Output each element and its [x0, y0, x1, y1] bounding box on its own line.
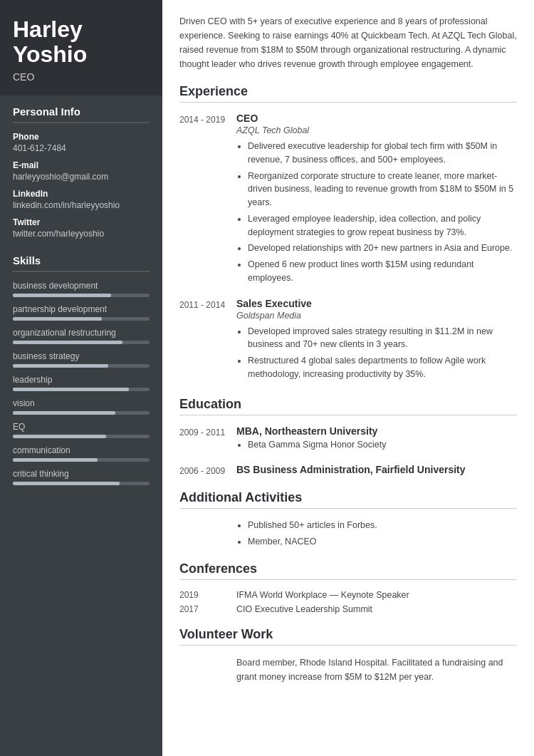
skill-bar-bg	[13, 458, 150, 462]
candidate-title: CEO	[13, 71, 150, 83]
bullet-item: Reorganized corporate structure to creat…	[248, 170, 517, 209]
bullet-item: Developed improved sales strategy result…	[248, 325, 517, 352]
entry-dates: 2011 - 2014	[179, 298, 236, 384]
skill-item: communication	[13, 445, 150, 462]
entry-bullets: Developed improved sales strategy result…	[236, 325, 517, 381]
skill-bar-fill	[13, 364, 108, 368]
phone-value: 401-612-7484	[13, 143, 150, 153]
skill-bar-bg	[13, 317, 150, 321]
entry-bullets: Beta Gamma Sigma Honor Society	[236, 438, 517, 452]
activities-list: Published 50+ articles in Forbes.Member,…	[179, 519, 517, 549]
twitter-label: Twitter	[13, 217, 150, 227]
linkedin-label: LinkedIn	[13, 189, 150, 199]
linkedin-value: linkedin.com/in/harleyyoshio	[13, 200, 150, 210]
activities-section: Additional Activities Published 50+ arti…	[179, 490, 517, 549]
skill-name: leadership	[13, 375, 150, 385]
skill-item: business development	[13, 281, 150, 297]
skill-bar-fill	[13, 317, 102, 321]
entry-content: CEO AZQL Tech Global Delivered executive…	[236, 113, 517, 288]
entry-company: AZQL Tech Global	[236, 125, 517, 135]
skill-item: critical thinking	[13, 469, 150, 485]
education-section: Education 2009 - 2011 MBA, Northeastern …	[179, 397, 517, 478]
skill-bar-fill	[13, 458, 98, 462]
activity-item: Member, NACEO	[248, 535, 517, 549]
skill-bar-bg	[13, 482, 150, 485]
entry-degree-title: MBA, Northeastern University	[236, 425, 517, 437]
skill-bar-fill	[13, 294, 111, 297]
entry-job-title: CEO	[236, 113, 517, 124]
experience-section: Experience 2014 - 2019 CEO AZQL Tech Glo…	[179, 84, 517, 384]
skill-item: organizational restructuring	[13, 328, 150, 344]
personal-info-section: Personal Info Phone 401-612-7484 E-mail …	[0, 95, 162, 244]
skill-bar-fill	[13, 482, 120, 485]
skill-item: EQ	[13, 422, 150, 438]
sidebar: Harley Yoshio CEO Personal Info Phone 40…	[0, 0, 162, 756]
conference-text: CIO Executive Leadership Summit	[236, 604, 372, 614]
education-entry: 2009 - 2011 MBA, Northeastern University…	[179, 425, 517, 455]
email-value: harleyyoshio@gmail.com	[13, 172, 150, 182]
personal-info-title: Personal Info	[13, 105, 150, 123]
education-title: Education	[179, 397, 517, 415]
entry-content: BS Business Administration, Fairfield Un…	[236, 464, 517, 477]
skill-item: leadership	[13, 375, 150, 391]
skill-name: communication	[13, 445, 150, 455]
bullet-item: Developed relationships with 20+ new par…	[248, 242, 517, 255]
skill-bar-fill	[13, 435, 106, 438]
skill-bar-fill	[13, 411, 115, 415]
skill-bar-bg	[13, 294, 150, 297]
conference-entry: 2017 CIO Executive Leadership Summit	[179, 604, 517, 614]
email-label: E-mail	[13, 160, 150, 170]
candidate-name: Harley Yoshio	[13, 17, 150, 67]
skill-item: vision	[13, 398, 150, 415]
skills-title: Skills	[13, 254, 150, 272]
entry-content: Sales Executive Goldspan Media Developed…	[236, 298, 517, 384]
bullet-item: Leveraged employee leadership, idea coll…	[248, 212, 517, 239]
entry-dates: 2014 - 2019	[179, 113, 236, 288]
activities-title: Additional Activities	[179, 490, 517, 509]
entry-bullets: Delivered executive leadership for globa…	[236, 140, 517, 285]
experience-list: 2014 - 2019 CEO AZQL Tech Global Deliver…	[179, 113, 517, 384]
twitter-value: twitter.com/harleyyoshio	[13, 229, 150, 239]
conference-entry: 2019 IFMA World Workplace — Keynote Spea…	[179, 590, 517, 600]
bullet-item: Delivered executive leadership for globa…	[248, 140, 517, 167]
skill-name: EQ	[13, 422, 150, 432]
activity-item: Published 50+ articles in Forbes.	[248, 519, 517, 532]
skill-bar-bg	[13, 364, 150, 368]
conference-year: 2019	[179, 590, 236, 600]
volunteer-text: Board member, Rhode Island Hospital. Fac…	[179, 656, 517, 684]
skill-name: business strategy	[13, 351, 150, 361]
skill-name: vision	[13, 398, 150, 408]
experience-title: Experience	[179, 84, 517, 103]
experience-entry: 2011 - 2014 Sales Executive Goldspan Med…	[179, 298, 517, 384]
conference-text: IFMA World Workplace — Keynote Speaker	[236, 590, 409, 600]
skill-bar-fill	[13, 341, 122, 344]
bullet-item: Restructured 4 global sales departments …	[248, 354, 517, 381]
summary-text: Driven CEO with 5+ years of executive ex…	[179, 14, 517, 71]
volunteer-section: Volunteer Work Board member, Rhode Islan…	[179, 627, 517, 684]
conference-year: 2017	[179, 604, 236, 614]
phone-label: Phone	[13, 132, 150, 142]
education-list: 2009 - 2011 MBA, Northeastern University…	[179, 425, 517, 478]
skill-name: business development	[13, 281, 150, 291]
education-entry: 2006 - 2009 BS Business Administration, …	[179, 464, 517, 477]
entry-content: MBA, Northeastern University Beta Gamma …	[236, 425, 517, 455]
skill-item: partnership development	[13, 304, 150, 321]
skill-bar-bg	[13, 388, 150, 391]
bullet-item: Beta Gamma Sigma Honor Society	[248, 438, 517, 452]
skill-item: business strategy	[13, 351, 150, 368]
entry-dates: 2009 - 2011	[179, 425, 236, 455]
main-content: Driven CEO with 5+ years of executive ex…	[162, 0, 534, 756]
sidebar-header: Harley Yoshio CEO	[0, 0, 162, 95]
skills-list: business development partnership develop…	[13, 281, 150, 485]
skill-bar-fill	[13, 388, 129, 391]
skill-name: organizational restructuring	[13, 328, 150, 338]
entry-degree-title: BS Business Administration, Fairfield Un…	[236, 464, 517, 475]
experience-entry: 2014 - 2019 CEO AZQL Tech Global Deliver…	[179, 113, 517, 288]
entry-job-title: Sales Executive	[236, 298, 517, 309]
skill-name: critical thinking	[13, 469, 150, 479]
skill-bar-bg	[13, 435, 150, 438]
skill-bar-bg	[13, 411, 150, 415]
bullet-item: Opened 6 new product lines worth $15M us…	[248, 258, 517, 285]
skill-name: partnership development	[13, 304, 150, 314]
skills-section: Skills business development partnership …	[0, 244, 162, 498]
